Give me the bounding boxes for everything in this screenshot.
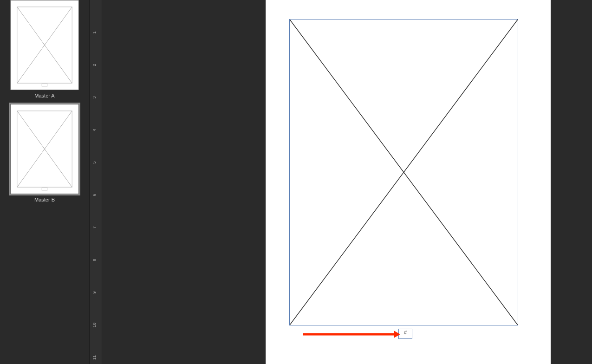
ruler-tick: 4 [90, 128, 102, 132]
canvas[interactable]: # [102, 0, 592, 364]
master-thumbnail[interactable] [10, 0, 79, 90]
ruler-tick-label: 5 [92, 159, 97, 166]
master-page-item[interactable]: Master B [5, 104, 85, 202]
ruler-tick: 1 [90, 30, 102, 35]
ruler-dots [99, 0, 101, 364]
ruler-tick-label: 2 [92, 61, 97, 69]
vertical-ruler[interactable]: 1234567891011 [89, 0, 102, 364]
ruler-tick: 10 [90, 323, 102, 327]
ruler-tick: 6 [90, 193, 102, 197]
ruler-tick: 3 [90, 95, 102, 100]
ruler-tick-label: 1 [92, 29, 97, 36]
ruler-tick-label: 9 [92, 289, 97, 296]
page-number-placeholder: # [404, 330, 407, 335]
ruler-tick-label: 7 [92, 224, 97, 231]
master-page-item[interactable]: Master A [5, 0, 85, 98]
ruler-tick: 8 [90, 258, 102, 262]
svg-line-9 [290, 20, 518, 325]
master-thumbnail[interactable] [10, 104, 79, 194]
master-label: Master B [34, 197, 55, 202]
ruler-tick: 2 [90, 63, 102, 67]
annotation-arrow-icon [303, 330, 400, 339]
ruler-tick-label: 3 [92, 94, 97, 101]
svg-rect-7 [42, 188, 47, 190]
svg-rect-3 [42, 84, 47, 86]
ruler-tick: 11 [90, 355, 102, 360]
ruler-tick: 9 [90, 290, 102, 295]
image-placeholder-frame[interactable] [289, 19, 518, 325]
ruler-tick-label: 8 [92, 256, 97, 264]
ruler-tick-label: 4 [92, 126, 97, 134]
app-root: Master A Master B 1234567891011 [0, 0, 592, 364]
ruler-tick-label: 10 [92, 321, 97, 329]
master-pages-panel: Master A Master B [0, 0, 89, 364]
ruler-tick: 7 [90, 225, 102, 230]
page-number-frame[interactable]: # [398, 329, 412, 339]
page[interactable]: # [266, 0, 551, 364]
ruler-tick: 5 [90, 160, 102, 165]
svg-line-8 [290, 20, 518, 325]
ruler-tick-label: 11 [92, 354, 97, 361]
ruler-tick-label: 6 [92, 191, 97, 199]
master-label: Master A [34, 93, 54, 98]
